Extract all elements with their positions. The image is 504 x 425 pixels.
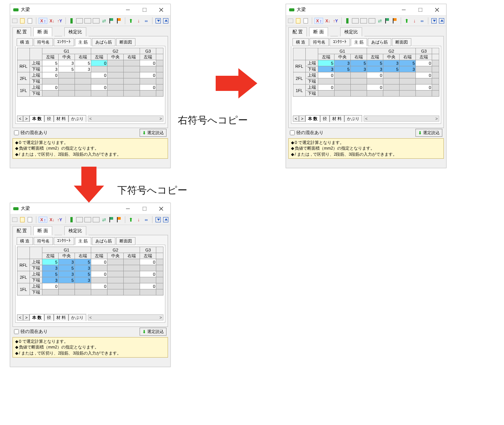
col-header[interactable]: 右端 <box>75 253 91 259</box>
sheet-nav-prev[interactable]: < <box>17 116 23 122</box>
grid-cell[interactable] <box>432 72 439 78</box>
grid-cell[interactable]: 0 <box>91 283 107 289</box>
grid-cell[interactable]: 0 <box>91 84 107 91</box>
grid-cell[interactable] <box>400 91 416 97</box>
row-group-header[interactable]: 2FL <box>17 72 30 84</box>
subtab-mainbar[interactable]: 主 筋 <box>75 237 91 245</box>
grid-cell[interactable]: 0 <box>367 84 383 91</box>
grid-cell[interactable]: 5 <box>75 259 91 265</box>
col-header[interactable]: 右端 <box>400 54 416 60</box>
grid-cell[interactable] <box>400 72 416 78</box>
grid-cell[interactable] <box>107 265 124 271</box>
grid-cell[interactable] <box>140 91 156 97</box>
grid-cell[interactable] <box>156 60 163 66</box>
col-header[interactable]: 中央 <box>107 253 124 259</box>
grid-cell[interactable] <box>107 259 124 265</box>
down-icon[interactable]: ↓ <box>135 216 142 223</box>
pin-icon[interactable]: ⬆ <box>404 17 410 24</box>
y-arrow-icon[interactable]: ↑Y <box>57 17 63 24</box>
col-header[interactable]: 左端 <box>140 54 156 60</box>
row-group-header[interactable]: 2FL <box>293 72 306 84</box>
subtab-stirrup[interactable]: あばら筋 <box>92 237 115 245</box>
grid-cell[interactable]: 3 <box>42 265 58 271</box>
grid-cell[interactable] <box>432 66 439 72</box>
grid-cell[interactable] <box>124 78 140 84</box>
grid-cell[interactable]: 3 <box>400 66 416 72</box>
sheet-tab-cover[interactable]: かぶり <box>344 115 362 122</box>
grid-cell[interactable]: 0 <box>416 84 432 91</box>
col-header[interactable] <box>156 253 163 259</box>
grid-cell[interactable]: 5 <box>400 60 416 66</box>
col-header[interactable]: 右端 <box>75 54 91 60</box>
grid-cell[interactable] <box>156 66 163 72</box>
grid-cell[interactable] <box>140 289 156 295</box>
titlebar[interactable]: 大梁 <box>10 4 170 16</box>
grid-cell[interactable]: 5 <box>367 60 383 66</box>
col-header[interactable]: 左端 <box>91 54 107 60</box>
grid-cell[interactable] <box>383 91 400 97</box>
row-part-header[interactable]: 下端 <box>30 277 42 283</box>
arrows-icon[interactable]: ⇄ <box>101 17 107 24</box>
sheet-nav-next[interactable]: > <box>23 116 29 122</box>
x-arrow-icon[interactable]: X↓ <box>49 17 55 24</box>
minimize-button[interactable] <box>395 5 412 15</box>
arrows-icon[interactable]: ⇄ <box>377 17 383 24</box>
grid-cell[interactable] <box>124 289 140 295</box>
grid-cell[interactable] <box>107 91 124 97</box>
tab-section[interactable]: 断 面 <box>33 27 52 36</box>
grid-cell[interactable] <box>140 78 156 84</box>
subtab-section-view[interactable]: 断面図 <box>116 38 135 46</box>
grid-cell[interactable] <box>58 72 75 78</box>
row-group-header[interactable]: 1FL <box>17 84 30 97</box>
grid-cell[interactable]: 3 <box>58 271 75 277</box>
tool-icon[interactable] <box>295 17 301 24</box>
subtab-stirrup[interactable]: あばら筋 <box>368 38 391 46</box>
titlebar[interactable]: 大梁 <box>10 203 170 214</box>
arrows-icon[interactable]: ⇄ <box>101 216 107 223</box>
y-arrow-icon[interactable]: ↑Y <box>333 17 339 24</box>
horizontal-scrollbar[interactable]: <> <box>88 314 163 320</box>
panel-icon[interactable] <box>352 17 359 24</box>
grid-cell[interactable]: 5 <box>58 277 75 283</box>
col-header[interactable]: 左端 <box>42 253 58 259</box>
grid-cell[interactable] <box>124 277 140 283</box>
grid-cell[interactable] <box>432 91 439 97</box>
row-part-header[interactable]: 下端 <box>30 265 42 271</box>
subtab-structure[interactable]: 構 造 <box>292 38 309 46</box>
sheet-tab-material[interactable]: 材 料 <box>54 115 68 122</box>
flag-orange-icon[interactable] <box>116 216 122 223</box>
grid-cell[interactable]: 3 <box>75 265 91 271</box>
mixed-diameter-checkbox[interactable]: 径の混在あり <box>14 328 48 335</box>
subtab-concrete[interactable]: ｺﾝｸﾘｰﾄ <box>54 38 74 46</box>
tool-icon[interactable] <box>19 216 25 223</box>
grid-cell[interactable]: 0 <box>140 271 156 277</box>
checkbox-input[interactable] <box>14 329 19 334</box>
grid-cell[interactable] <box>58 84 75 91</box>
grid-cell[interactable] <box>383 72 400 78</box>
grid-cell[interactable] <box>124 91 140 97</box>
sheet-tab-diameter[interactable]: 径 <box>320 115 330 122</box>
subtab-concrete[interactable]: ｺﾝｸﾘｰﾄ <box>54 237 74 245</box>
subtab-symbol[interactable]: 符号名 <box>310 38 329 46</box>
grid-cell[interactable] <box>58 78 75 84</box>
row-part-header[interactable]: 上端 <box>30 84 42 91</box>
pin-icon[interactable]: ⬆ <box>128 17 134 24</box>
grid-cell[interactable]: 3 <box>334 60 350 66</box>
grid-cell[interactable] <box>75 91 91 97</box>
grid-cell[interactable] <box>42 289 58 295</box>
grid-cell[interactable]: 0 <box>140 60 156 66</box>
grid-cell[interactable]: 3 <box>383 60 400 66</box>
grid-cell[interactable]: 3 <box>58 60 75 66</box>
panel-icon[interactable] <box>76 216 83 223</box>
close-button[interactable] <box>153 5 170 15</box>
checkbox-input[interactable] <box>14 130 19 135</box>
grid-cell[interactable]: 0 <box>42 283 58 289</box>
tab-layout[interactable]: 配 置 <box>12 27 31 36</box>
row-part-header[interactable]: 上端 <box>30 259 42 265</box>
col-header[interactable] <box>156 54 163 60</box>
grid-cell[interactable] <box>156 271 163 277</box>
subtab-symbol[interactable]: 符号名 <box>34 237 53 245</box>
mixed-diameter-checkbox[interactable]: 径の混在あり <box>290 130 324 136</box>
load-selection-button[interactable]: ⬇ 選定読込 <box>140 129 166 137</box>
grid-cell[interactable] <box>416 78 432 84</box>
